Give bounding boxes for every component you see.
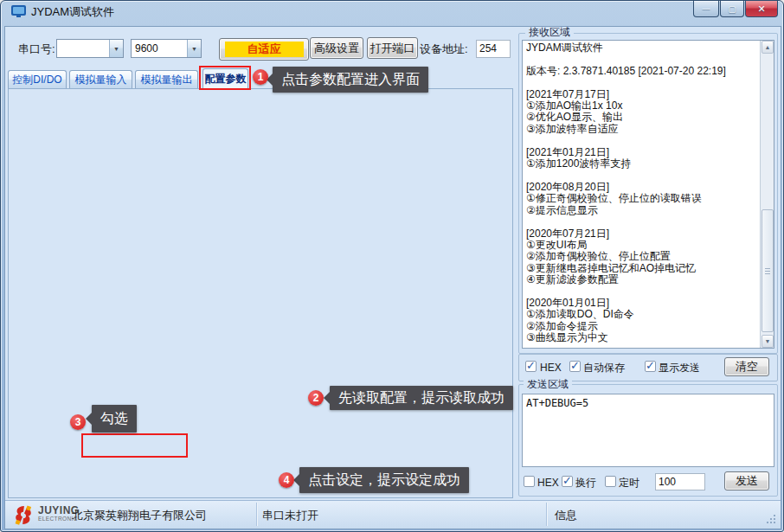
open-port-label: 打开端口 <box>370 41 415 56</box>
device-address-label: 设备地址: <box>420 43 468 55</box>
auto-adapt-label: 自适应 <box>225 42 304 57</box>
status-divider <box>256 503 257 526</box>
step3-highlight-rect <box>81 433 188 458</box>
baud-rate-select[interactable]: 9600 ▼ <box>131 39 202 58</box>
tab-analog-output[interactable]: 模拟量输出 <box>135 70 198 88</box>
maximize-icon: ▢ <box>728 4 736 14</box>
chevron-down-icon[interactable]: ▼ <box>109 40 123 57</box>
send-content: AT+DEBUG=5 <box>526 397 588 409</box>
device-address-input[interactable]: 254 <box>476 40 511 58</box>
close-button[interactable]: ✕ <box>745 1 778 17</box>
auto-adapt-button[interactable]: 自适应 <box>219 38 309 61</box>
step2-tooltip: 先读取配置，提示读取成功 <box>330 386 513 410</box>
check-icon: ✓ <box>562 474 572 487</box>
check-icon: ✓ <box>646 359 655 372</box>
advanced-settings-label: 高级设置 <box>314 41 359 56</box>
send-area-title: 发送区域 <box>524 379 572 390</box>
receive-content: JYDAM调试软件 版本号: 2.3.7871.40185 [2021-07-2… <box>526 42 756 345</box>
clear-label: 清空 <box>736 359 758 375</box>
step4-tooltip: 点击设定，提示设定成功 <box>299 467 469 493</box>
show-send-label: 显示发送 <box>659 362 700 374</box>
timer-interval-input[interactable]: 100 <box>655 473 705 490</box>
step2-badge: 2 <box>308 390 324 406</box>
tab-label: 控制DI/DO <box>12 73 61 87</box>
minimize-icon: — <box>703 4 710 13</box>
check-icon: ✓ <box>526 359 536 372</box>
chevron-down-icon[interactable]: ▼ <box>187 40 201 57</box>
step4-badge: 4 <box>279 472 294 488</box>
baud-rate-value: 9600 <box>135 42 158 54</box>
timer-checkbox[interactable]: ✓ <box>605 476 616 487</box>
step1-highlight-rect <box>199 66 251 90</box>
step1-tooltip: 点击参数配置进入界面 <box>273 67 428 93</box>
send-hex-checkbox[interactable]: ✓ <box>524 476 535 487</box>
receive-scrollbar[interactable]: ▲ ▼ <box>760 41 774 348</box>
step1-badge: 1 <box>253 69 268 85</box>
send-button[interactable]: 发送 <box>724 471 769 490</box>
newline-checkbox[interactable]: ✓ <box>562 476 573 487</box>
window-title: JYDAM调试软件 <box>31 3 114 21</box>
send-hex-label: HEX <box>537 477 559 489</box>
show-send-checkbox[interactable]: ✓ <box>645 361 656 372</box>
advanced-settings-button[interactable]: 高级设置 <box>310 37 363 59</box>
maximize-button[interactable]: ▢ <box>720 1 744 17</box>
company-name: 北京聚英翱翔电子有限公司 <box>72 510 207 522</box>
resize-grip[interactable] <box>774 522 775 523</box>
app-window: JYDAM调试软件 — ▢ ✕ 串口号: ▼ 9600 ▼ 自适应 高级设置 打… <box>0 0 784 532</box>
scroll-up-icon[interactable]: ▲ <box>762 41 774 54</box>
minimize-button[interactable]: — <box>693 1 719 17</box>
timer-label: 定时 <box>619 477 639 489</box>
close-icon: ✕ <box>757 3 765 15</box>
status-info: 信息 <box>555 510 577 522</box>
receive-textarea[interactable]: JYDAM调试软件 版本号: 2.3.7871.40185 [2021-07-2… <box>522 40 774 349</box>
autosave-checkbox[interactable]: ✓ <box>569 361 581 372</box>
title-bar[interactable]: JYDAM调试软件 <box>5 3 680 25</box>
scroll-down-icon[interactable]: ▼ <box>762 335 774 348</box>
open-port-button[interactable]: 打开端口 <box>367 37 418 59</box>
send-textarea[interactable]: AT+DEBUG=5 <box>522 394 774 467</box>
step3-tooltip: 勾选 <box>92 405 137 433</box>
receive-area-title: 接收区域 <box>525 27 574 38</box>
serial-port-label: 串口号: <box>18 43 55 55</box>
recv-hex-checkbox[interactable]: ✓ <box>525 361 537 372</box>
recv-hex-label: HEX <box>540 362 562 374</box>
tab-analog-input[interactable]: 模拟量输入 <box>69 70 132 88</box>
juying-logo <box>13 505 34 525</box>
tab-label: 模拟量输出 <box>141 73 193 87</box>
status-divider <box>546 503 547 526</box>
thumb-grip <box>765 271 770 272</box>
serial-port-select[interactable]: ▼ <box>56 39 124 58</box>
clear-button[interactable]: 清空 <box>724 357 769 376</box>
app-icon <box>11 5 26 18</box>
tab-control-dido[interactable]: 控制DI/DO <box>8 70 67 88</box>
tab-label: 模拟量输入 <box>75 73 127 87</box>
check-icon: ✓ <box>570 359 580 372</box>
send-label: 发送 <box>736 473 758 489</box>
step3-badge: 3 <box>70 414 86 430</box>
newline-label: 换行 <box>575 477 596 489</box>
port-status: 串口未打开 <box>262 510 318 522</box>
autosave-label: 自动保存 <box>583 362 625 374</box>
scrollbar-thumb[interactable] <box>762 209 774 332</box>
